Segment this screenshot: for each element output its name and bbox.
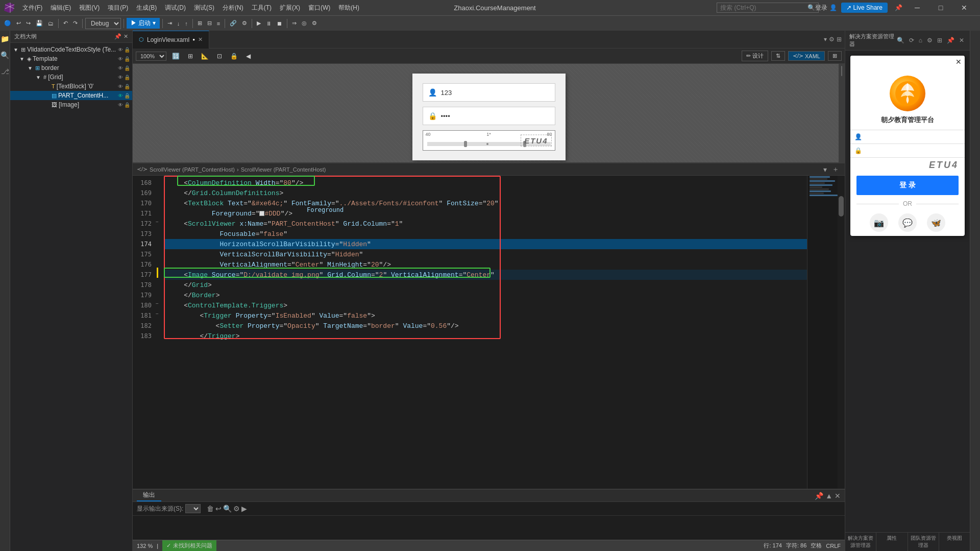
app-close-icon[interactable]: ✕ (955, 58, 962, 66)
breadcrumb-add-button[interactable]: ＋ (830, 165, 841, 174)
redo-button[interactable]: ↷ (71, 19, 80, 28)
activity-git-icon[interactable]: ⎇ (0, 65, 11, 78)
right-scrollbar[interactable] (839, 64, 845, 162)
sol-search-icon[interactable]: 🔍 (895, 36, 906, 44)
debug-config-select[interactable]: Debug (85, 18, 121, 29)
code-line-183[interactable]: </Trigger> (164, 331, 807, 341)
sol-close-icon[interactable]: ✕ (958, 36, 966, 44)
login-button[interactable]: 登 录 (856, 176, 959, 195)
code-line-175[interactable]: VerticalScrollBarVisibility="Hidden" (164, 249, 807, 259)
fold-icon-181[interactable]: − (156, 311, 159, 317)
nav-arrow-button[interactable]: ◀ (243, 52, 253, 61)
lock-icon-button[interactable]: 🔒 (228, 52, 240, 61)
code-line-177[interactable]: <Image Source="D:/validate_img.png" Grid… (164, 270, 807, 280)
code-line-173[interactable]: Focusable="false" (164, 229, 807, 239)
attach-button[interactable]: 🔗 (228, 19, 239, 28)
user-label[interactable]: 登录 👤 (815, 4, 837, 12)
view-expand-button[interactable]: ⊞ (828, 51, 842, 61)
close-button[interactable]: ✕ (952, 0, 976, 15)
fit-icon-button[interactable]: ⊡ (214, 52, 225, 61)
tab-loginview[interactable]: ⬡ LoginView.xaml ● ✕ (133, 31, 209, 49)
new-project-button[interactable]: 🔵 (2, 19, 13, 28)
menu-build[interactable]: 生成(B) (132, 2, 161, 14)
forward-button[interactable]: ↪ (24, 19, 33, 28)
tab-list-button[interactable]: ▾ (824, 36, 827, 43)
menu-analyze[interactable]: 分析(N) (218, 2, 248, 14)
tree-item-grid[interactable]: ▼ # [Grid] 👁 🔒 (10, 73, 132, 82)
align-button[interactable]: ⊟ (205, 19, 214, 28)
menu-test[interactable]: 测试(S) (190, 2, 218, 14)
sol-expand-icon[interactable]: ⊞ (936, 36, 944, 44)
minimize-button[interactable]: ─ (905, 0, 929, 15)
sol-home-icon[interactable]: ⌂ (917, 36, 924, 44)
eye-icon-g[interactable]: 👁 (118, 75, 123, 80)
tab-output[interactable]: 输出 (137, 490, 161, 501)
distribute-button[interactable]: ≡ (215, 19, 222, 28)
save-button[interactable]: 💾 (34, 19, 45, 28)
grid-button[interactable]: ⊞ (195, 19, 204, 28)
search-input[interactable] (717, 3, 819, 13)
xaml-view-button[interactable]: ≺/≻ XAML (788, 51, 825, 61)
src-play-button[interactable]: ▶ (241, 505, 247, 513)
sol-bottom-tab-team[interactable]: 团队资源管理器 (908, 533, 939, 551)
menu-view[interactable]: 视图(V) (75, 2, 104, 14)
lock-icon-g[interactable]: 🔒 (124, 75, 130, 80)
config-button[interactable]: ⚙ (310, 19, 319, 28)
social-btn-wechat[interactable]: 📷 (870, 213, 888, 232)
pause-button[interactable]: ⏸ (264, 19, 274, 28)
code-line-169[interactable]: </Grid.ColumnDefinitions> (164, 188, 807, 198)
code-line-178[interactable]: </Grid> (164, 280, 807, 290)
breadcrumb-scrollviewer-2[interactable]: ScrollViewer (PART_ContentHost) (241, 166, 326, 173)
activity-explore-icon[interactable]: 📁 (0, 33, 11, 45)
menu-debug[interactable]: 调试(D) (161, 2, 190, 14)
code-line-174[interactable]: HorizontalScrollBarVisibility="Hidden" (164, 239, 807, 249)
zoom-icon-button[interactable]: 🔢 (169, 52, 182, 61)
panel-pin-button[interactable]: 📌 (815, 492, 823, 500)
breadcrumb-action-1[interactable]: ▾ (822, 165, 828, 174)
nav-button[interactable]: ⇒ (290, 19, 299, 28)
menu-window[interactable]: 窗口(W) (304, 2, 334, 14)
code-line-172[interactable]: <ScrollViewer x:Name="PART_ContentHost" … (164, 219, 807, 229)
back-button[interactable]: ↩ (14, 19, 23, 28)
panel-close-button[interactable]: ✕ (835, 492, 841, 500)
outline-pin-icon[interactable]: 📌 (114, 33, 121, 40)
step-out-button[interactable]: ↑ (183, 19, 190, 28)
sol-password-input[interactable] (862, 148, 961, 154)
sol-pin-icon[interactable]: 📌 (945, 36, 956, 44)
menu-project[interactable]: 项目(P) (104, 2, 132, 14)
src-wrap-button[interactable]: ↩ (215, 505, 222, 513)
snap-icon-button[interactable]: 📐 (199, 52, 211, 61)
fold-icon-172[interactable]: − (156, 219, 159, 225)
lock-icon-i[interactable]: 🔒 (124, 102, 130, 108)
src-clear-button[interactable]: 🗑 (207, 505, 214, 513)
social-btn-twitter[interactable]: 🦋 (927, 213, 945, 232)
step-over-button[interactable]: ⇥ (165, 19, 174, 28)
lock-icon[interactable]: 🔒 (124, 47, 130, 53)
src-settings-button[interactable]: ⚙ (233, 505, 240, 513)
menu-tools[interactable]: 工具(T) (248, 2, 276, 14)
code-line-181[interactable]: <Trigger Property="IsEnabled" Value="fal… (164, 310, 807, 321)
design-view-button[interactable]: ✏ 设计 (742, 51, 768, 61)
menu-help[interactable]: 帮助(H) (334, 2, 363, 14)
panel-up-button[interactable]: ▲ (825, 492, 832, 500)
code-line-179[interactable]: </Border> (164, 290, 807, 300)
step-into-button[interactable]: ↓ (175, 19, 182, 28)
lock-icon-b[interactable]: 🔒 (124, 65, 130, 71)
breakpoint-button[interactable]: ◎ (300, 19, 309, 28)
undo-button[interactable]: ↶ (61, 19, 70, 28)
code-line-171[interactable]: Foreground="#DDD"/> (164, 208, 807, 219)
eye-icon-p[interactable]: 👁 (118, 93, 123, 99)
grid-icon-button[interactable]: ⊞ (185, 52, 195, 61)
zoom-select[interactable]: 100% (136, 52, 166, 61)
menu-edit[interactable]: 编辑(E) (46, 2, 75, 14)
lock-icon-tb[interactable]: 🔒 (124, 84, 130, 89)
tree-item-textblock[interactable]: T [TextBlock] '0' 👁 🔒 (10, 82, 132, 91)
sol-settings-icon[interactable]: ⚙ (925, 36, 934, 44)
code-line-168[interactable]: <ColumnDefinition Width="80"/> (164, 178, 807, 188)
outline-close-icon[interactable]: ✕ (124, 33, 128, 40)
sol-search-input[interactable] (862, 134, 961, 140)
code-line-170[interactable]: <TextBlock Text="&#xe64c;" FontFamily=".… (164, 198, 807, 208)
editor-scrollbar-thumb[interactable] (839, 196, 844, 217)
breadcrumb-scrollviewer-1[interactable]: ScrollViewer (PART_ContentHost) (150, 166, 235, 173)
tree-item-part[interactable]: ▤ PART_ContentH... 👁 🔒 (10, 91, 132, 100)
